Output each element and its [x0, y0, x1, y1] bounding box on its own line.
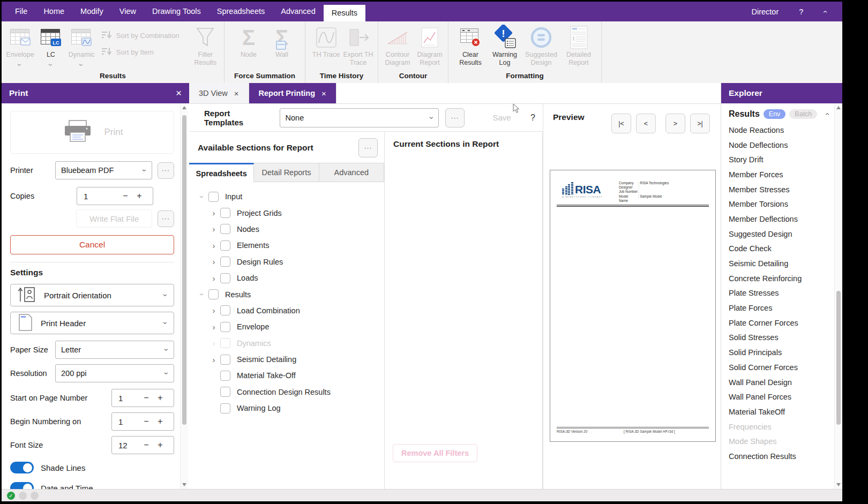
explorer-item[interactable]: Frequencies	[721, 419, 834, 434]
date-time-toggle[interactable]	[10, 482, 34, 489]
menu-item[interactable]: Advanced	[273, 2, 324, 21]
tree-row[interactable]: › Project Grids	[189, 205, 384, 221]
tree-chevron-icon[interactable]: ›	[197, 290, 207, 299]
tree-row[interactable]: › Connection Design Results	[189, 384, 384, 400]
menu-item[interactable]: Spreadsheets	[209, 2, 273, 21]
tree-checkbox[interactable]	[220, 273, 230, 283]
menu-item[interactable]: Results	[324, 5, 365, 21]
printer-select[interactable]: Bluebeam PDF ›	[55, 161, 152, 179]
detailed-report-button[interactable]: I Detailed Report	[562, 23, 595, 67]
explorer-scrollbar[interactable]	[834, 103, 842, 489]
tree-chevron-icon[interactable]: ›	[208, 208, 219, 217]
next-page-button[interactable]: >	[665, 114, 685, 133]
explorer-item[interactable]: Material TakeOff	[721, 404, 834, 419]
decrement-button[interactable]: −	[118, 191, 132, 201]
tree-checkbox[interactable]	[220, 224, 230, 234]
decrement-button[interactable]: −	[139, 417, 153, 426]
tree-chevron-icon[interactable]: ›	[208, 371, 219, 380]
tree-chevron-icon[interactable]: ›	[208, 241, 219, 250]
batch-badge[interactable]: Batch	[789, 109, 817, 119]
menu-item[interactable]: Drawing Tools	[144, 2, 209, 21]
increment-button[interactable]: +	[132, 191, 146, 201]
tree-row[interactable]: › Load Combination	[189, 303, 384, 319]
previous-page-button[interactable]: <	[636, 114, 656, 133]
tree-checkbox[interactable]	[208, 192, 219, 202]
tree-checkbox[interactable]	[220, 387, 230, 397]
orientation-select[interactable]: Portrait Orientation ›	[10, 284, 174, 306]
close-icon[interactable]: ×	[321, 89, 326, 98]
tree-checkbox[interactable]	[220, 338, 230, 348]
tree-checkbox[interactable]	[220, 322, 230, 332]
tree-checkbox[interactable]	[220, 403, 230, 413]
print-panel-scrollbar[interactable]	[180, 103, 188, 489]
scroll-up-icon[interactable]	[182, 106, 186, 109]
explorer-item[interactable]: Plate Stresses	[721, 286, 834, 301]
envelope-button[interactable]: Envelope ›	[5, 23, 35, 69]
export-th-trace-button[interactable]: Export TH Trace	[343, 23, 374, 67]
explorer-item[interactable]: Solid Principals	[721, 345, 834, 360]
tree-row[interactable]: › Design Rules	[189, 254, 384, 270]
increment-button[interactable]: +	[153, 440, 167, 450]
report-template-select[interactable]: None ›	[280, 108, 439, 127]
sort-by-item-button[interactable]: Sort by Item	[101, 47, 182, 57]
explorer-item[interactable]: Connection Results	[721, 449, 834, 464]
tab-report-printing[interactable]: Report Printing ×	[249, 83, 336, 103]
tree-checkbox[interactable]	[220, 305, 230, 315]
menu-item[interactable]: Modify	[72, 2, 111, 21]
menu-item[interactable]: File	[7, 2, 35, 21]
explorer-item[interactable]: Wall Panel Forces	[721, 389, 834, 404]
print-button[interactable]: Print	[10, 111, 174, 154]
save-button[interactable]: Save	[473, 113, 530, 122]
tree-checkbox[interactable]	[220, 257, 230, 267]
tree-row[interactable]: › Warning Log	[189, 400, 384, 416]
node-button[interactable]: Σ Node	[233, 23, 264, 59]
last-page-button[interactable]: >|	[690, 114, 710, 133]
contour-diagram-button[interactable]: Contour Diagram	[382, 23, 413, 67]
collapse-ribbon-icon[interactable]: ›	[821, 10, 829, 13]
envelope-dropdown-icon[interactable]: ›	[17, 64, 24, 66]
explorer-item[interactable]: Member Forces	[721, 167, 834, 182]
tree-checkbox[interactable]	[220, 371, 230, 381]
decrement-button[interactable]: −	[139, 393, 153, 403]
dynamic-button[interactable]: Dynamic ›	[66, 23, 97, 69]
first-page-button[interactable]: |<	[611, 114, 631, 133]
tree-row[interactable]: › Seismic Detailing	[189, 351, 384, 367]
explorer-item[interactable]: Mode Shapes	[721, 434, 834, 449]
explorer-item[interactable]: Member Deflections	[721, 212, 834, 227]
template-options-button[interactable]: ···	[445, 108, 465, 127]
tree-chevron-icon[interactable]: ›	[208, 306, 219, 315]
scroll-down-icon[interactable]	[836, 483, 841, 486]
explorer-item[interactable]: Solid Stresses	[721, 330, 834, 345]
tree-chevron-icon[interactable]: ›	[208, 257, 219, 266]
copies-stepper[interactable]: 1 − +	[77, 187, 153, 205]
tree-checkbox[interactable]	[220, 240, 230, 251]
menu-item[interactable]: View	[111, 2, 144, 21]
start-page-stepper[interactable]: 1 − +	[111, 389, 174, 407]
shade-lines-toggle[interactable]	[10, 462, 34, 473]
sections-tab[interactable]: Spreadsheets	[189, 163, 254, 182]
explorer-item[interactable]: Concrete Reinforcing	[721, 271, 834, 286]
tree-chevron-icon[interactable]: ›	[208, 224, 219, 234]
tree-chevron-icon[interactable]: ›	[208, 338, 219, 348]
explorer-item[interactable]: Plate Forces	[721, 300, 834, 315]
tab-3d-view[interactable]: 3D View ×	[189, 83, 249, 103]
wall-button[interactable]: Σ Wall	[266, 23, 297, 59]
menu-item[interactable]: Home	[35, 2, 72, 21]
tree-row[interactable]: › Material Take-Off	[189, 367, 384, 383]
explorer-item[interactable]: Solid Corner Forces	[721, 360, 834, 375]
tree-checkbox[interactable]	[220, 355, 230, 365]
tree-chevron-icon[interactable]: ›	[208, 355, 219, 364]
remove-all-filters-button[interactable]: Remove All Filters	[393, 444, 477, 462]
sections-tab[interactable]: Detail Reports	[254, 163, 319, 182]
write-flat-file-button[interactable]: Write Flat File	[76, 209, 152, 228]
scroll-down-icon[interactable]	[182, 483, 186, 486]
tree-checkbox[interactable]	[208, 289, 219, 299]
collapse-icon[interactable]: ›	[824, 113, 831, 116]
sort-by-combination-button[interactable]: Sort by Combination	[101, 31, 182, 41]
th-trace-button[interactable]: TH Trace	[311, 23, 342, 59]
tree-row[interactable]: › Results	[189, 286, 384, 302]
resolution-select[interactable]: 200 ppi ›	[55, 364, 174, 382]
dynamic-dropdown-icon[interactable]: ›	[78, 64, 85, 66]
sections-tab[interactable]: Advanced	[319, 163, 384, 182]
help-icon[interactable]: ?	[799, 7, 803, 16]
